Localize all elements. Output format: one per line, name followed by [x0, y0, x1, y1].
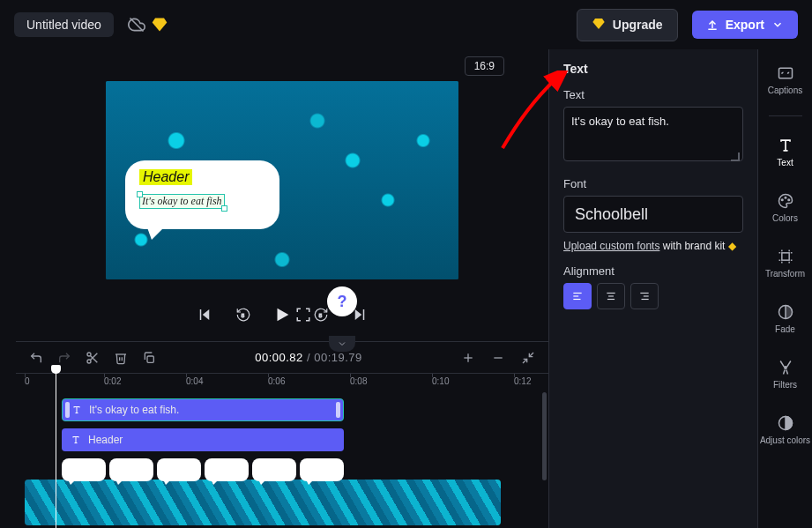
text-field-label: Text [563, 88, 743, 101]
timeline-ruler[interactable]: 0 0:02 0:04 0:06 0:08 0:10 0:12 [16, 373, 548, 392]
font-selector[interactable]: Schoolbell [563, 196, 743, 233]
svg-marker-2 [592, 19, 604, 29]
svg-marker-3 [203, 309, 210, 320]
text-input[interactable] [563, 107, 743, 161]
text-icon [71, 435, 81, 445]
delete-button[interactable] [113, 350, 129, 366]
svg-point-32 [787, 199, 789, 201]
svg-marker-6 [278, 309, 289, 322]
play-button[interactable] [272, 305, 292, 324]
svg-text:5: 5 [242, 313, 245, 318]
svg-text:5: 5 [319, 313, 323, 318]
contrast-icon [777, 414, 794, 432]
panel-title: Text [563, 62, 743, 76]
skip-start-button[interactable] [195, 305, 214, 324]
upgrade-label: Upgrade [613, 18, 663, 32]
video-canvas[interactable]: Header It's okay to eat fish [106, 81, 458, 279]
font-value: Schoolbell [575, 205, 648, 224]
svg-point-35 [784, 367, 786, 369]
right-sidebar: Captions Text Colors Transform Fade Filt… [757, 49, 812, 528]
project-title[interactable]: Untitled video [14, 12, 114, 37]
sidebar-item-captions[interactable]: Captions [758, 60, 812, 100]
text-clip-header[interactable]: Header [62, 428, 344, 451]
upload-fonts-note: Upload custom fonts with brand kit ◆ [563, 240, 743, 252]
captions-icon [777, 64, 794, 82]
help-button[interactable]: ? [327, 286, 357, 316]
bubble-thumb [157, 458, 201, 481]
redo-button[interactable] [56, 350, 72, 366]
svg-rect-14 [147, 356, 153, 362]
svg-point-11 [87, 360, 91, 363]
upgrade-button[interactable]: Upgrade [577, 9, 678, 41]
diamond-icon: ◆ [728, 240, 736, 252]
upload-icon [706, 19, 719, 31]
svg-point-31 [785, 197, 786, 198]
bubble-thumb [252, 458, 296, 481]
playback-controls: 5 5 ? [195, 297, 369, 332]
chevron-down-icon [771, 19, 784, 31]
zoom-out-button[interactable] [490, 350, 506, 366]
undo-button[interactable] [28, 350, 44, 366]
transform-icon [777, 248, 794, 265]
fullscreen-button[interactable] [294, 305, 313, 324]
speech-bubble-clip[interactable] [62, 458, 344, 481]
sidebar-item-fade[interactable]: Fade [758, 299, 812, 338]
selected-text-element[interactable]: It's okay to eat fish [139, 194, 225, 209]
playhead[interactable] [56, 372, 56, 528]
sidebar-item-text[interactable]: Text [758, 132, 812, 172]
timeline-toolbar: 00:00.82 / 00:19.79 [16, 341, 548, 373]
svg-marker-1 [152, 19, 167, 32]
svg-line-18 [529, 353, 533, 357]
bubble-thumb [109, 458, 153, 481]
clip-handle-right[interactable] [336, 402, 340, 418]
upload-fonts-link[interactable]: Upload custom fonts [563, 240, 659, 252]
svg-point-30 [781, 199, 783, 201]
sidebar-item-colors[interactable]: Colors [758, 188, 812, 227]
text-icon [777, 137, 794, 154]
chevron-down-icon [719, 208, 732, 220]
bubble-thumb [62, 458, 106, 481]
align-right-button[interactable] [630, 283, 659, 309]
text-clip-selected[interactable]: It's okay to eat fish. [62, 398, 344, 421]
clip-label: Header [88, 434, 123, 446]
time-display: 00:00.82 / 00:19.79 [169, 351, 448, 364]
duplicate-button[interactable] [141, 350, 157, 366]
zoom-in-button[interactable] [460, 350, 476, 366]
properties-panel: Text Text Font Schoolbell Upload custom … [548, 49, 757, 528]
svg-point-10 [87, 353, 91, 356]
sidebar-item-adjust-colors[interactable]: Adjust colors [758, 410, 812, 450]
aspect-ratio-button[interactable]: 16:9 [465, 56, 504, 76]
sidebar-item-transform[interactable]: Transform [758, 243, 812, 283]
diamond-icon [151, 16, 168, 33]
bubble-thumb [300, 458, 344, 481]
sidebar-item-filters[interactable]: Filters [758, 354, 812, 394]
sync-status[interactable] [128, 16, 168, 33]
align-center-button[interactable] [597, 283, 625, 309]
export-label: Export [726, 18, 764, 32]
svg-marker-8 [355, 309, 362, 320]
palette-icon [777, 192, 794, 210]
svg-line-19 [523, 359, 527, 363]
header-text[interactable]: Header [139, 169, 192, 185]
cloud-off-icon [128, 16, 145, 33]
clip-label: It's okay to eat fish. [89, 404, 179, 416]
video-clip[interactable] [25, 480, 501, 525]
filters-icon [777, 359, 794, 376]
speech-bubble-element[interactable]: Header It's okay to eat fish [125, 160, 279, 231]
svg-rect-33 [781, 253, 788, 260]
font-field-label: Font [563, 177, 743, 190]
align-left-button[interactable] [563, 283, 592, 309]
collapse-chevron-button[interactable] [329, 336, 355, 352]
preview-area: 16:9 Header It's okay to eat fish 5 5 ? [16, 49, 548, 332]
rewind-5-button[interactable]: 5 [234, 305, 253, 324]
svg-rect-9 [363, 309, 365, 320]
svg-rect-4 [200, 309, 202, 320]
bubble-thumb [205, 458, 249, 481]
split-button[interactable] [85, 350, 101, 366]
scrollbar[interactable] [542, 392, 547, 480]
alignment-label: Alignment [563, 264, 743, 278]
zoom-fit-button[interactable] [520, 350, 536, 366]
export-button[interactable]: Export [692, 11, 798, 39]
clip-handle-left[interactable] [65, 402, 70, 418]
fade-icon [777, 303, 794, 321]
